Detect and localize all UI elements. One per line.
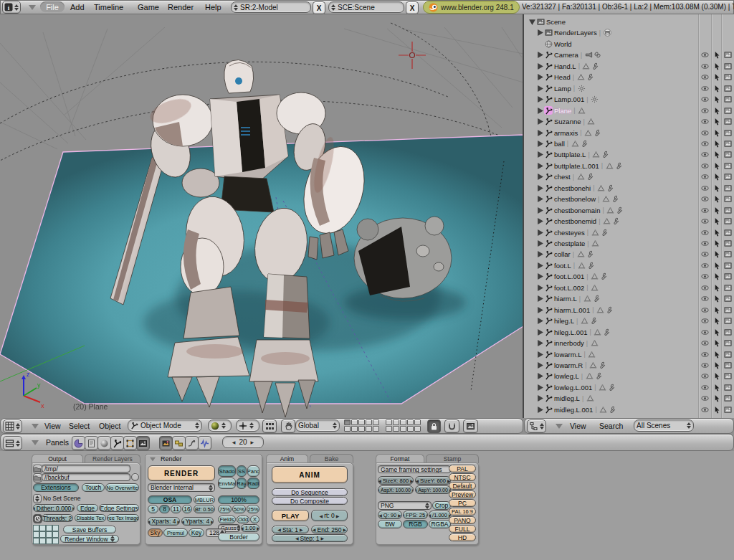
render-placement-grid[interactable] [33,525,59,544]
selectability-cursor-icon[interactable] [712,361,721,369]
expand-arrow-icon[interactable] [535,118,544,126]
selectability-cursor-icon[interactable] [712,350,721,359]
pivot-dropdown[interactable] [236,419,259,432]
expand-arrow-icon[interactable] [535,394,544,403]
selectability-cursor-icon[interactable] [712,106,721,115]
renderability-icon[interactable] [723,95,732,104]
expand-arrow-icon[interactable] [535,184,544,192]
outliner-item-label[interactable]: hileg.L [554,317,574,325]
free-tex-images-button[interactable]: Free Tex Images [107,514,139,522]
renderability-icon[interactable] [723,272,732,281]
outliner-item-label[interactable]: chestbonelow [554,195,596,203]
selectability-cursor-icon[interactable] [712,73,721,82]
wrench-icon[interactable] [599,272,608,281]
wrench-icon[interactable] [607,383,616,391]
outliner-row[interactable]: lowleg.L.001| [524,382,734,393]
wrench-icon[interactable] [586,261,594,270]
visibility-eye-icon[interactable] [700,283,709,292]
visibility-eye-icon[interactable] [700,383,709,391]
selectability-cursor-icon[interactable] [712,272,721,281]
odd-toggle[interactable]: Odd [237,516,249,523]
expand-arrow-icon[interactable] [535,328,544,336]
orientation-dropdown[interactable]: Global [295,419,340,432]
visibility-eye-icon[interactable] [700,62,709,70]
visibility-eye-icon[interactable] [700,239,709,248]
expand-arrow-icon[interactable] [535,295,544,303]
outliner-item-label[interactable]: innerbody [554,339,584,347]
outliner-item-label[interactable]: chestplate [554,239,585,247]
renderability-icon[interactable] [723,217,732,226]
renderability-icon[interactable] [723,328,732,336]
outliner-row[interactable]: buttplate.L| [524,149,734,160]
outliner-row[interactable]: foot.L.002| [524,283,734,293]
renderability-icon[interactable] [723,139,732,148]
dither-slider[interactable]: ◀Dither: 0.000▶ [33,504,75,512]
anim-button[interactable]: ANIM [272,466,348,483]
preset-pal-button[interactable]: PAL [449,465,476,473]
visibility-eye-icon[interactable] [700,328,709,336]
panels-menu[interactable]: Panels [46,438,69,447]
end-field[interactable]: ◀End: 250▶ [311,526,348,533]
layer-toggle-button[interactable] [400,426,406,432]
viewport-menu-view[interactable]: View [44,422,61,430]
outliner-menu-search[interactable]: Search [599,422,623,430]
outliner-row[interactable]: collar| [524,249,734,260]
layer-toggle-button[interactable] [366,426,372,432]
expand-arrow-icon[interactable] [535,339,544,348]
osa-11-button[interactable]: 11 [171,505,181,513]
preset-pano-button[interactable]: PANO [449,516,476,524]
outliner-row[interactable]: World [524,39,734,49]
selectability-cursor-icon[interactable] [712,261,721,270]
visibility-eye-icon[interactable] [700,405,709,414]
visibility-eye-icon[interactable] [700,106,709,115]
outliner-item-label[interactable]: midleg.L [554,394,580,402]
visibility-eye-icon[interactable] [700,350,709,359]
editor-type-button-buttons[interactable] [3,436,22,450]
play-button[interactable]: PLAY [272,510,309,521]
selectability-cursor-icon[interactable] [712,305,721,314]
renderability-icon[interactable] [723,339,732,348]
rgba-toggle[interactable]: RGBA [429,520,451,528]
selectability-cursor-icon[interactable] [712,184,721,192]
visibility-eye-icon[interactable] [700,272,709,281]
menu-file[interactable]: File [40,1,65,12]
mode-stepper-icon[interactable] [195,422,199,429]
fields-toggle[interactable]: Fields [218,516,236,523]
sss-toggle[interactable]: SS [237,465,247,477]
mesh-icon[interactable] [582,62,591,70]
outliner-item-label[interactable]: lowarm.L [554,351,582,359]
selectability-cursor-icon[interactable] [712,328,721,336]
outliner-item-label[interactable]: midleg.L.001 [554,406,593,414]
mesh-icon[interactable] [588,361,597,369]
touch-button[interactable]: Touch [82,483,105,492]
preset-pal169-button[interactable]: PAL 16:9 [449,508,476,516]
collapse-arrow-icon[interactable] [528,18,536,27]
visibility-eye-icon[interactable] [700,84,709,92]
wrench-icon[interactable] [585,173,594,181]
outliner-item-label[interactable]: chestbonemain [554,207,600,214]
expand-arrow-icon[interactable] [535,84,544,92]
size-25-button[interactable]: 25% [247,505,259,513]
lock-layers-button[interactable] [427,419,441,433]
filter-stepper-icon[interactable] [687,422,691,429]
wrench-icon[interactable] [593,128,601,137]
selectability-cursor-icon[interactable] [712,84,721,92]
expand-arrow-icon[interactable] [535,95,544,104]
set-scene-stepper[interactable] [33,494,42,503]
wrench-icon[interactable] [585,73,594,82]
expand-arrow-icon[interactable] [535,250,544,259]
screen-selector[interactable]: SR:2-Model [231,1,311,13]
renderability-icon[interactable] [723,383,732,391]
renderability-icon[interactable] [723,350,732,359]
outliner-panel[interactable]: SceneRenderLayers|WorldCamera|Hand.L|Hea… [524,14,734,418]
scene-selector[interactable]: SCE:Scene [328,1,404,13]
selectability-cursor-icon[interactable] [712,339,721,348]
outliner-item-label[interactable]: collar [554,250,571,258]
menu-render[interactable]: Render [168,3,194,11]
outliner-row[interactable]: chestbonemid| [524,216,734,227]
outliner-row[interactable]: Lamp.001| [524,94,734,105]
wrench-icon[interactable] [602,328,611,336]
layer-toggle-button[interactable] [344,419,351,425]
outliner-row[interactable]: midleg.L.001| [524,404,734,415]
expand-arrow-icon[interactable] [535,73,544,82]
